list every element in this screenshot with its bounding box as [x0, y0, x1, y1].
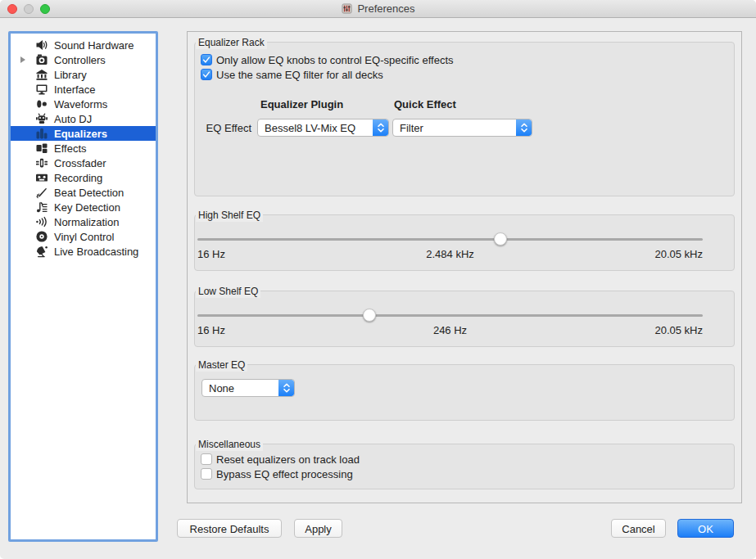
- slider-max-label: 20.05 kHz: [534, 324, 703, 336]
- sidebar-item-waveforms[interactable]: Waveforms: [11, 97, 156, 111]
- slider-max-label: 20.05 kHz: [534, 248, 703, 260]
- eq-effect-label: EQ Effect: [195, 122, 251, 134]
- group-master-eq: Master EQ None: [194, 358, 735, 421]
- slider-handle[interactable]: [363, 309, 376, 322]
- sidebar-item-label: Interface: [54, 83, 96, 96]
- sidebar-list: Sound HardwareControllersLibraryInterfac…: [11, 38, 156, 259]
- slider-track[interactable]: [197, 314, 703, 317]
- dropdown-value: Filter: [393, 122, 516, 134]
- sidebar-item-label: Controllers: [54, 54, 106, 66]
- quick-effect-header: Quick Effect: [394, 98, 456, 110]
- eq-plugin-dropdown[interactable]: Bessel8 LV-Mix EQ: [257, 119, 389, 137]
- beat-wand-icon: [35, 186, 48, 199]
- effects-icon: [35, 142, 48, 155]
- sidebar-item-library[interactable]: Library: [11, 67, 156, 82]
- sidebar-item-label: Crossfader: [54, 157, 106, 169]
- satellite-icon: [35, 245, 48, 258]
- robot-icon: [35, 112, 48, 125]
- sidebar-item-label: Key Detection: [54, 201, 120, 214]
- sidebar-item-normalization[interactable]: Normalization: [11, 214, 156, 229]
- sidebar-item-equalizers[interactable]: Equalizers: [11, 126, 156, 141]
- slider-handle[interactable]: [494, 232, 507, 246]
- close-button[interactable]: [7, 4, 17, 14]
- sidebar-item-effects[interactable]: Effects: [11, 141, 156, 156]
- sidebar-item-interface[interactable]: Interface: [11, 82, 156, 97]
- minimize-button[interactable]: [24, 4, 34, 14]
- speaker-icon: [35, 38, 48, 52]
- group-title: High Shelf EQ: [196, 210, 263, 222]
- group-title: Miscellaneous: [196, 439, 263, 451]
- checkbox-icon[interactable]: [201, 468, 212, 480]
- sidebar-item-vinyl-control[interactable]: Vinyl Control: [11, 229, 156, 244]
- checkbox-label: Bypass EQ effect processing: [216, 468, 353, 480]
- stepper-arrows-icon: [373, 119, 388, 136]
- master-eq-dropdown[interactable]: None: [201, 379, 295, 397]
- checkbox-label: Use the same EQ filter for all decks: [216, 69, 383, 81]
- cancel-button[interactable]: Cancel: [611, 519, 666, 538]
- quick-effect-dropdown[interactable]: Filter: [392, 119, 532, 137]
- vinyl-icon: [35, 230, 48, 243]
- checkbox-icon[interactable]: [201, 453, 212, 465]
- titlebar[interactable]: Preferences: [0, 0, 756, 18]
- library-icon: [35, 68, 48, 81]
- group-title: Equalizer Rack: [196, 37, 267, 49]
- crossfader-icon: [35, 156, 48, 169]
- checkbox-row-reset-equalizers[interactable]: Reset equalizers on track load: [201, 453, 360, 466]
- checkbox-icon[interactable]: [201, 69, 212, 80]
- sidebar-item-label: Normalization: [54, 216, 119, 228]
- stepper-arrows-icon: [278, 380, 294, 396]
- slider-track[interactable]: [197, 238, 703, 241]
- slider-value-label: 2.484 kHz: [366, 248, 535, 260]
- window-title: Preferences: [357, 2, 414, 15]
- dropdown-value: None: [202, 382, 278, 394]
- checkbox-label: Only allow EQ knobs to control EQ-specif…: [216, 54, 454, 66]
- group-title: Master EQ: [196, 359, 247, 372]
- sidebar-item-auto-dj[interactable]: Auto DJ: [11, 111, 156, 126]
- slider-min-label: 16 Hz: [197, 248, 366, 260]
- sidebar-item-label: Auto DJ: [54, 113, 92, 125]
- slider-labels: 16 Hz 246 Hz 20.05 kHz: [197, 324, 703, 336]
- soundwave-icon: [35, 215, 48, 228]
- high-shelf-slider[interactable]: [197, 232, 703, 246]
- sidebar-item-label: Effects: [54, 142, 87, 155]
- monitor-icon: [35, 83, 48, 96]
- sidebar: Sound HardwareControllersLibraryInterfac…: [8, 31, 158, 542]
- sidebar-item-crossfader[interactable]: Crossfader: [11, 156, 156, 170]
- sidebar-item-key-detection[interactable]: Key Detection: [11, 200, 156, 214]
- sidebar-item-recording[interactable]: Recording: [11, 170, 156, 185]
- preferences-window: Preferences Sound HardwareControllersLib…: [0, 0, 756, 559]
- ok-button[interactable]: OK: [677, 519, 734, 538]
- controller-icon: [35, 53, 48, 66]
- checkbox-row-bypass-eq[interactable]: Bypass EQ effect processing: [201, 467, 353, 480]
- sidebar-item-live-broadcasting[interactable]: Live Broadcasting: [11, 244, 156, 259]
- slider-value-label: 246 Hz: [366, 324, 535, 336]
- checkbox-label: Reset equalizers on track load: [216, 453, 360, 466]
- sidebar-item-controllers[interactable]: Controllers: [11, 52, 156, 67]
- checkbox-row-eq-knobs[interactable]: Only allow EQ knobs to control EQ-specif…: [201, 53, 454, 66]
- apply-button[interactable]: Apply: [294, 519, 342, 538]
- low-shelf-slider[interactable]: [197, 308, 703, 322]
- checkbox-icon[interactable]: [201, 54, 212, 65]
- group-box: None: [194, 364, 735, 421]
- group-title: Low Shelf EQ: [196, 286, 260, 298]
- sidebar-item-beat-detection[interactable]: Beat Detection: [11, 185, 156, 200]
- sidebar-item-sound-hardware[interactable]: Sound Hardware: [11, 38, 156, 52]
- dropdown-value: Bessel8 LV-Mix EQ: [258, 122, 373, 134]
- disclosure-triangle-icon[interactable]: [11, 56, 35, 63]
- group-box: 16 Hz 246 Hz 20.05 kHz: [194, 291, 735, 347]
- equalizer-plugin-header: Equalizer Plugin: [260, 98, 343, 110]
- group-equalizer-rack: Equalizer Rack Only allow EQ knobs to co…: [194, 36, 735, 196]
- sidebar-item-label: Live Broadcasting: [54, 246, 138, 258]
- group-low-shelf-eq: Low Shelf EQ 16 Hz 246 Hz 20.05 kHz: [194, 285, 735, 347]
- restore-defaults-button[interactable]: Restore Defaults: [177, 519, 282, 538]
- slider-min-label: 16 Hz: [197, 324, 366, 336]
- music-key-icon: [35, 201, 48, 214]
- sidebar-item-label: Library: [54, 69, 87, 81]
- sidebar-item-label: Recording: [54, 172, 102, 184]
- equalizer-bars-icon: [35, 127, 48, 140]
- group-box: Reset equalizers on track load Bypass EQ…: [194, 444, 735, 489]
- group-box: 16 Hz 2.484 kHz 20.05 kHz: [194, 214, 735, 271]
- zoom-button[interactable]: [40, 4, 50, 14]
- checkbox-row-same-eq-filter[interactable]: Use the same EQ filter for all decks: [201, 68, 383, 81]
- group-miscellaneous: Miscellaneous Reset equalizers on track …: [194, 438, 735, 489]
